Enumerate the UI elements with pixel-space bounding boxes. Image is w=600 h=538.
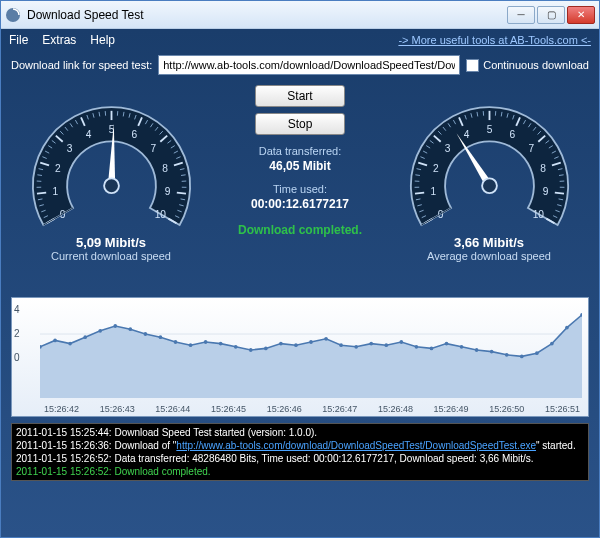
menu-help[interactable]: Help [90,33,115,47]
data-transferred-label: Data transferred: [259,145,342,157]
svg-text:7: 7 [528,143,534,154]
svg-point-148 [249,348,253,352]
menubar: File Extras Help -> More useful tools at… [1,29,599,51]
close-button[interactable]: ✕ [567,6,595,24]
url-input[interactable] [158,55,460,75]
svg-text:10: 10 [532,209,544,220]
chart-yticks: 420 [14,304,20,376]
app-window: Download Speed Test ─ ▢ ✕ File Extras He… [0,0,600,538]
svg-point-164 [490,350,494,354]
log-panel: 2011-01-15 15:25:44: Download Speed Test… [11,423,589,481]
content-area: File Extras Help -> More useful tools at… [1,29,599,537]
minimize-button[interactable]: ─ [507,6,535,24]
time-used-label: Time used: [273,183,327,195]
menu-file[interactable]: File [9,33,28,47]
svg-text:6: 6 [509,129,515,140]
svg-point-153 [324,337,328,341]
svg-point-158 [400,340,404,344]
svg-point-149 [264,346,268,350]
svg-point-165 [505,353,509,357]
svg-point-155 [354,345,358,349]
log-download-link[interactable]: http://www.ab-tools.com/download/Downloa… [176,440,536,451]
svg-point-169 [565,326,569,330]
checkbox-icon [466,59,479,72]
chart-area [40,302,582,398]
svg-line-72 [414,193,423,194]
app-icon [5,7,21,23]
svg-point-137 [83,335,87,339]
svg-text:9: 9 [542,186,548,197]
svg-point-135 [53,338,57,342]
svg-point-156 [369,342,373,346]
log-line-1: 2011-01-15 15:25:44: Download Speed Test… [16,426,584,439]
svg-point-64 [104,178,119,193]
speed-chart: 420 15:26:4215:26:4315:26:4415:26:4515:2… [11,297,589,417]
time-used-value: 00:00:12.6177217 [251,197,349,211]
svg-text:6: 6 [131,129,137,140]
svg-text:1: 1 [430,186,436,197]
log-line-2: 2011-01-15 15:26:36: Download of "http:/… [16,439,584,452]
svg-point-167 [535,351,539,355]
svg-text:8: 8 [540,163,546,174]
menu-extras[interactable]: Extras [42,33,76,47]
svg-text:4: 4 [85,129,91,140]
svg-text:7: 7 [150,143,156,154]
svg-point-144 [189,343,193,347]
gauge-left-col: 012345678910 5,09 Mibit/s Current downlo… [11,83,211,262]
svg-point-136 [68,342,72,346]
svg-point-151 [294,343,298,347]
start-button[interactable]: Start [255,85,345,107]
url-row: Download link for speed test: Continuous… [1,51,599,83]
svg-point-168 [550,342,554,346]
svg-text:2: 2 [433,163,439,174]
svg-point-154 [339,343,343,347]
continuous-label: Continuous download [483,59,589,71]
svg-point-145 [204,340,208,344]
svg-text:5: 5 [486,124,492,135]
svg-point-0 [6,8,20,22]
window-controls: ─ ▢ ✕ [507,6,595,24]
mid-column: Start Stop Data transferred: 46,05 Mibit… [211,83,389,237]
svg-point-139 [113,324,117,328]
continuous-checkbox[interactable]: Continuous download [466,59,589,72]
gauge-left-label: Current download speed [51,250,171,262]
svg-point-157 [384,343,388,347]
svg-point-160 [430,346,434,350]
svg-line-7 [36,193,45,194]
gauge-right-col: 012345678910 3,66 Mibit/s Average downlo… [389,83,589,262]
svg-text:9: 9 [164,186,170,197]
log-line-4: 2011-01-15 15:26:52: Download completed. [16,465,584,478]
gauge-right-label: Average download speed [427,250,551,262]
titlebar[interactable]: Download Speed Test ─ ▢ ✕ [1,1,599,29]
maximize-button[interactable]: ▢ [537,6,565,24]
svg-point-162 [460,345,464,349]
window-title: Download Speed Test [27,8,507,22]
svg-point-129 [482,178,497,193]
gauge-left-value: 5,09 Mibit/s [76,235,146,250]
more-tools-link[interactable]: -> More useful tools at AB-Tools.com <- [398,34,591,46]
svg-line-55 [176,193,185,194]
chart-xticks: 15:26:4215:26:4315:26:4415:26:4515:26:46… [44,404,580,414]
stop-button[interactable]: Stop [255,113,345,135]
gauge-current: 012345678910 [19,83,204,233]
gauge-right-value: 3,66 Mibit/s [454,235,524,250]
svg-text:8: 8 [162,163,168,174]
svg-point-150 [279,342,283,346]
gauge-average: 012345678910 [397,83,582,233]
svg-text:10: 10 [154,209,166,220]
svg-point-159 [415,345,419,349]
svg-text:1: 1 [52,186,58,197]
svg-point-140 [129,327,133,331]
status-text: Download completed. [238,223,362,237]
svg-point-147 [234,345,238,349]
data-transferred-value: 46,05 Mibit [269,159,330,173]
svg-point-161 [445,342,449,346]
svg-point-146 [219,342,223,346]
svg-point-143 [174,340,178,344]
url-label: Download link for speed test: [11,59,152,71]
svg-text:3: 3 [444,143,450,154]
log-line-3: 2011-01-15 15:26:52: Data transferred: 4… [16,452,584,465]
svg-point-163 [475,348,479,352]
svg-text:2: 2 [55,163,61,174]
svg-point-142 [159,335,163,339]
